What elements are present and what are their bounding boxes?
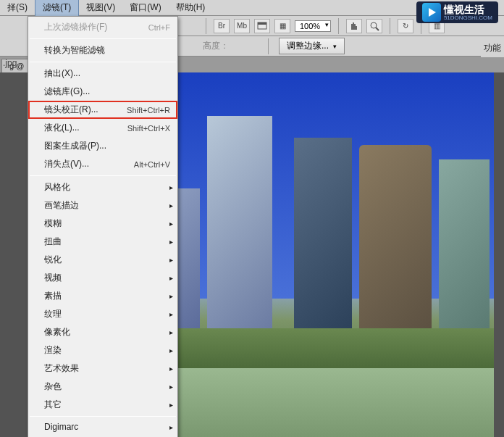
- menu-separator: [30, 175, 176, 176]
- menu-item[interactable]: 抽出(X)...: [28, 64, 177, 83]
- menu-item[interactable]: 渲染: [28, 341, 177, 359]
- minibridge-button[interactable]: Mb: [234, 19, 250, 33]
- menu-item-label: 纹理: [44, 308, 62, 320]
- menu-item-label: 其它: [44, 399, 62, 411]
- menu-item[interactable]: 镜头校正(R)...Shift+Ctrl+R: [28, 101, 177, 119]
- separator: [268, 38, 269, 54]
- menu-item-label: 转换为智能滤镜: [44, 44, 105, 57]
- right-panel-label: 功能: [481, 39, 504, 57]
- menu-item-label: 镜头校正(R)...: [44, 104, 98, 116]
- menu-item-label: Digimarc: [44, 422, 78, 432]
- menu-item-shortcut: Shift+Ctrl+R: [127, 106, 170, 115]
- menu-item-label: 艺术效果: [44, 362, 79, 375]
- menu-select[interactable]: 择(S): [0, 0, 35, 16]
- menu-item[interactable]: 像素化: [28, 323, 177, 341]
- menu-item[interactable]: 扭曲: [28, 233, 177, 251]
- menu-item-label: 图案生成器(P)...: [44, 140, 106, 152]
- menu-item[interactable]: Digimarc: [28, 419, 177, 435]
- screen-icon: [257, 22, 267, 30]
- bridge-button[interactable]: Br: [214, 19, 230, 33]
- menu-item[interactable]: 液化(L)...Shift+Ctrl+X: [28, 119, 177, 137]
- menu-item-label: 画笔描边: [44, 199, 79, 212]
- menu-item-label: 抽出(X)...: [44, 67, 80, 80]
- menu-separator: [30, 38, 176, 39]
- zoom-icon: [369, 21, 379, 31]
- menu-item-label: 滤镜库(G)...: [44, 86, 90, 98]
- menu-window[interactable]: 窗口(W): [122, 0, 168, 16]
- menu-item[interactable]: 视频: [28, 269, 177, 287]
- hand-tool[interactable]: [346, 19, 362, 33]
- logo-subtext: 51DONGSHI.COM: [444, 14, 492, 21]
- svg-rect-1: [258, 22, 266, 25]
- separator: [206, 18, 206, 34]
- menu-item[interactable]: 素描: [28, 287, 177, 305]
- hand-icon: [349, 21, 359, 31]
- extras-button[interactable]: ▦: [274, 19, 290, 33]
- menu-item-label: 模糊: [44, 217, 62, 230]
- menu-item-label: 扭曲: [44, 236, 62, 248]
- menu-item[interactable]: 滤镜库(G)...: [28, 83, 177, 101]
- menu-item[interactable]: 图案生成器(P)...: [28, 137, 177, 155]
- menu-help[interactable]: 帮助(H): [169, 0, 213, 16]
- menu-item[interactable]: 模糊: [28, 215, 177, 233]
- zoom-level[interactable]: 100%: [295, 20, 331, 32]
- zoom-tool[interactable]: [366, 19, 382, 33]
- menu-item-label: 像素化: [44, 326, 70, 338]
- menu-item[interactable]: 风格化: [28, 178, 177, 196]
- svg-line-3: [376, 28, 379, 30]
- menu-item-shortcut: Shift+Ctrl+X: [127, 124, 170, 133]
- svg-point-2: [371, 22, 377, 28]
- height-label: 高度：: [203, 40, 229, 52]
- menu-item-label: 锐化: [44, 254, 62, 266]
- menu-filter[interactable]: 滤镜(T): [35, 0, 79, 17]
- menu-item-label: 液化(L)...: [44, 122, 80, 134]
- menu-separator: [30, 62, 176, 62]
- separator: [338, 18, 339, 34]
- menu-item-label: 风格化: [44, 181, 70, 193]
- screen-mode-button[interactable]: [254, 19, 270, 33]
- rotate-view[interactable]: ↻: [398, 19, 413, 33]
- refine-edge-button[interactable]: 调整边缘...: [279, 38, 345, 54]
- menu-item[interactable]: 锐化: [28, 251, 177, 269]
- menu-item-label: 渲染: [44, 344, 62, 357]
- menu-item[interactable]: 画笔描边: [28, 196, 177, 215]
- menu-item-shortcut: Ctrl+F: [148, 23, 170, 32]
- menu-separator: [30, 416, 176, 417]
- menu-item[interactable]: 艺术效果: [28, 359, 177, 378]
- watermark-logo: 懂视生活 51DONGSHI.COM: [416, 1, 498, 23]
- menu-item[interactable]: 杂色: [28, 378, 177, 396]
- menu-item-shortcut: Alt+Ctrl+V: [134, 160, 170, 169]
- filter-dropdown-menu: 上次滤镜操作(F)Ctrl+F转换为智能滤镜抽出(X)...滤镜库(G)...镜…: [28, 16, 178, 437]
- logo-text: 懂视生活: [444, 4, 492, 14]
- menu-item[interactable]: 其它: [28, 396, 177, 414]
- menu-item-label: 素描: [44, 290, 62, 302]
- filename-fragment: .jpg: [0, 57, 22, 70]
- menu-item-label: 视频: [44, 272, 62, 284]
- menu-item-label: 消失点(V)...: [44, 158, 89, 170]
- menu-item[interactable]: 消失点(V)...Alt+Ctrl+V: [28, 155, 177, 173]
- play-icon: [422, 3, 441, 22]
- menu-item[interactable]: 转换为智能滤镜: [28, 41, 177, 59]
- left-panel-edge: .jpg: [0, 57, 22, 70]
- menu-item[interactable]: 纹理: [28, 305, 177, 323]
- menu-item-label: 杂色: [44, 380, 62, 393]
- separator: [390, 18, 390, 34]
- menu-item: 上次滤镜操作(F)Ctrl+F: [28, 18, 177, 36]
- menu-item-label: 上次滤镜操作(F): [44, 21, 107, 33]
- menu-view[interactable]: 视图(V): [79, 0, 122, 16]
